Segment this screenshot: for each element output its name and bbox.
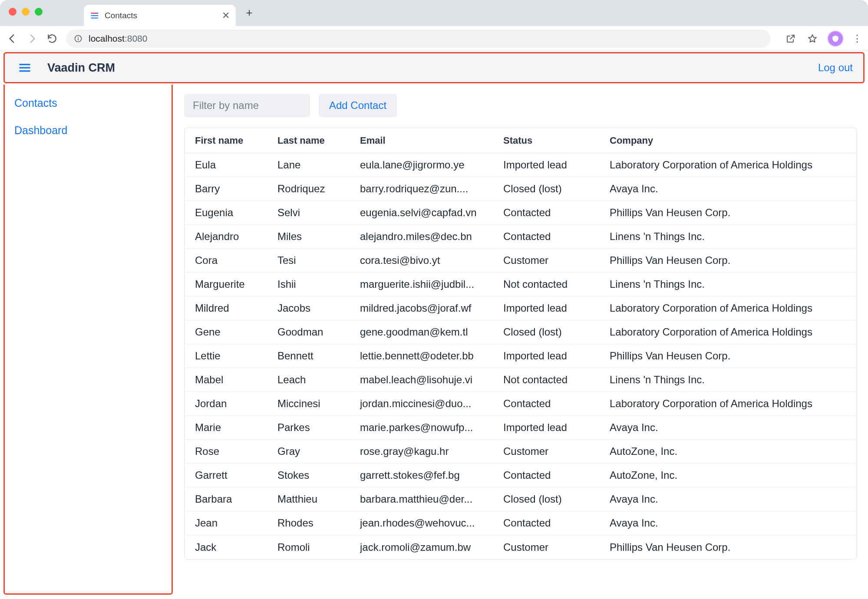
reload-button[interactable] [46, 33, 58, 45]
table-row[interactable]: LettieBennettlettie.bennett@odeter.bbImp… [185, 344, 856, 368]
cell-company: Phillips Van Heusen Corp. [610, 254, 846, 267]
browser-menu-icon[interactable]: ⋮ [852, 33, 862, 44]
cell-first: Eula [195, 159, 277, 171]
sidebar-item-dashboard[interactable]: Dashboard [14, 124, 162, 137]
browser-tab[interactable]: Contacts ✕ [84, 5, 236, 26]
toolbar: Add Contact [184, 94, 857, 117]
cell-company: Phillips Van Heusen Corp. [610, 541, 846, 553]
grid-header: First name Last name Email Status Compan… [185, 128, 856, 153]
main-content: Add Contact First name Last name Email S… [180, 89, 865, 595]
window-controls [9, 8, 43, 16]
cell-last: Selvi [277, 207, 360, 219]
cell-company: Phillips Van Heusen Corp. [610, 207, 846, 219]
close-tab-icon[interactable]: ✕ [222, 10, 230, 21]
forward-button[interactable] [26, 33, 38, 45]
table-row[interactable]: EulaLaneeula.lane@jigrormo.yeImported le… [185, 153, 856, 177]
cell-first: Jean [195, 517, 277, 529]
cell-email: jean.rhodes@wehovuc... [360, 517, 503, 529]
cell-last: Romoli [277, 541, 360, 553]
cell-first: Jordan [195, 398, 277, 410]
cell-email: eugenia.selvi@capfad.vn [360, 207, 503, 219]
cell-email: alejandro.miles@dec.bn [360, 230, 503, 243]
table-row[interactable]: JeanRhodesjean.rhodes@wehovuc...Contacte… [185, 511, 856, 535]
cell-status: Imported lead [503, 159, 610, 171]
logout-link[interactable]: Log out [818, 62, 853, 74]
cell-last: Parkes [277, 421, 360, 434]
cell-status: Customer [503, 541, 610, 553]
table-row[interactable]: CoraTesicora.tesi@bivo.ytCustomerPhillip… [185, 249, 856, 273]
table-row[interactable]: JordanMiccinesijordan.miccinesi@duo...Co… [185, 392, 856, 416]
col-email[interactable]: Email [360, 135, 503, 146]
cell-status: Contacted [503, 398, 610, 410]
cell-first: Gene [195, 326, 277, 338]
cell-status: Imported lead [503, 302, 610, 314]
col-first-name[interactable]: First name [195, 135, 277, 146]
add-contact-button[interactable]: Add Contact [319, 94, 397, 117]
bookmark-star-icon[interactable] [806, 33, 818, 45]
url-host: localhost:8080 [89, 33, 147, 44]
cell-last: Stokes [277, 469, 360, 481]
table-row[interactable]: MargueriteIshiimarguerite.ishii@judbil..… [185, 273, 856, 296]
cell-company: Avaya Inc. [610, 493, 846, 505]
table-row[interactable]: AlejandroMilesalejandro.miles@dec.bnCont… [185, 225, 856, 249]
open-external-icon[interactable] [785, 33, 797, 45]
table-row[interactable]: MarieParkesmarie.parkes@nowufp...Importe… [185, 416, 856, 440]
table-row[interactable]: GeneGoodmangene.goodman@kem.tlClosed (lo… [185, 320, 856, 344]
cell-first: Marguerite [195, 278, 277, 290]
table-row[interactable]: GarrettStokesgarrett.stokes@fef.bgContac… [185, 464, 856, 487]
minimize-window-button[interactable] [22, 8, 30, 16]
cell-status: Closed (lost) [503, 183, 610, 195]
cell-status: Not contacted [503, 278, 610, 290]
cell-email: barry.rodriquez@zun.... [360, 183, 503, 195]
cell-last: Jacobs [277, 302, 360, 314]
cell-last: Gray [277, 445, 360, 457]
sidebar-item-contacts[interactable]: Contacts [14, 97, 162, 109]
table-row[interactable]: BarbaraMatthieubarbara.matthieu@der...Cl… [185, 487, 856, 511]
cell-status: Imported lead [503, 350, 610, 362]
back-button[interactable] [6, 33, 18, 45]
cell-first: Lettie [195, 350, 277, 362]
new-tab-button[interactable]: + [239, 3, 259, 23]
cell-first: Mabel [195, 374, 277, 386]
cell-company: Linens 'n Things Inc. [610, 278, 846, 290]
drawer-toggle-button[interactable] [15, 58, 34, 77]
cell-first: Mildred [195, 302, 277, 314]
cell-email: mildred.jacobs@joraf.wf [360, 302, 503, 314]
table-row[interactable]: BarryRodriquezbarry.rodriquez@zun....Clo… [185, 177, 856, 201]
cell-last: Miles [277, 230, 360, 243]
sidebar: Contacts Dashboard [3, 85, 173, 595]
cell-status: Contacted [503, 230, 610, 243]
col-last-name[interactable]: Last name [277, 135, 360, 146]
cell-email: marguerite.ishii@judbil... [360, 278, 503, 290]
cell-last: Tesi [277, 254, 360, 267]
cell-company: Laboratory Corporation of America Holdin… [610, 159, 846, 171]
cell-last: Ishii [277, 278, 360, 290]
profile-avatar[interactable] [828, 31, 843, 46]
cell-company: Linens 'n Things Inc. [610, 374, 846, 386]
address-bar[interactable]: localhost:8080 [66, 30, 771, 48]
cell-first: Rose [195, 445, 277, 457]
table-row[interactable]: JackRomolijack.romoli@zamum.bwCustomerPh… [185, 535, 856, 559]
cell-last: Leach [277, 374, 360, 386]
cell-company: AutoZone, Inc. [610, 469, 846, 481]
cell-email: gene.goodman@kem.tl [360, 326, 503, 338]
filter-input[interactable] [184, 94, 310, 117]
table-row[interactable]: MabelLeachmabel.leach@lisohuje.viNot con… [185, 368, 856, 392]
cell-company: Laboratory Corporation of America Holdin… [610, 326, 846, 338]
tab-title: Contacts [105, 11, 137, 20]
cell-company: Laboratory Corporation of America Holdin… [610, 302, 846, 314]
cell-status: Customer [503, 445, 610, 457]
site-info-icon[interactable] [74, 34, 83, 43]
cell-company: Avaya Inc. [610, 517, 846, 529]
cell-first: Garrett [195, 469, 277, 481]
close-window-button[interactable] [9, 8, 17, 16]
maximize-window-button[interactable] [35, 8, 43, 16]
table-row[interactable]: EugeniaSelvieugenia.selvi@capfad.vnConta… [185, 201, 856, 225]
cell-email: jordan.miccinesi@duo... [360, 398, 503, 410]
table-row[interactable]: RoseGrayrose.gray@kagu.hrCustomerAutoZon… [185, 440, 856, 464]
cell-status: Contacted [503, 517, 610, 529]
favicon-icon [90, 11, 99, 20]
col-company[interactable]: Company [610, 135, 846, 146]
col-status[interactable]: Status [503, 135, 610, 146]
table-row[interactable]: MildredJacobsmildred.jacobs@joraf.wfImpo… [185, 296, 856, 320]
